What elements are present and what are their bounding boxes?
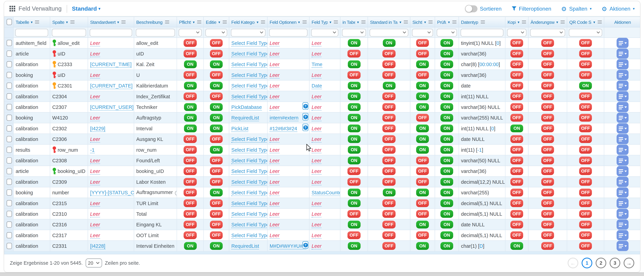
qr_code_sicht-toggle-badge[interactable]: OFF [579, 221, 592, 228]
aenderungswarnung-toggle-badge[interactable]: OFF [541, 39, 554, 47]
column-menu-icon[interactable] [222, 20, 227, 23]
field-category-link[interactable]: RequiredList [231, 243, 259, 249]
filter-pruefung-select[interactable] [437, 29, 457, 36]
kopieren-toggle-badge[interactable]: OFF [510, 103, 523, 111]
aenderungswarnung-toggle-badge[interactable]: OFF [541, 167, 554, 175]
pflichtfeld-toggle-badge[interactable]: OFF [184, 189, 196, 196]
pflichtfeld-toggle-badge[interactable]: OFF [184, 157, 196, 164]
in_tabelle-toggle-badge[interactable]: OFF [348, 210, 360, 218]
pflichtfeld-toggle-badge[interactable]: OFF [184, 92, 196, 100]
column-menu-icon[interactable] [522, 20, 526, 23]
field-options-link[interactable]: #12#6#3#24 [270, 126, 297, 132]
kopieren-toggle-badge[interactable]: OFF [510, 199, 523, 207]
editierbar-toggle-badge[interactable]: ON [210, 103, 222, 111]
pruefung-toggle-badge[interactable]: ON [440, 221, 453, 228]
kopieren-toggle-badge[interactable]: OFF [510, 82, 523, 90]
editierbar-toggle-badge[interactable]: ON [210, 125, 222, 132]
field-type-link[interactable]: Leer [312, 222, 322, 228]
row-checkbox[interactable] [6, 243, 12, 249]
field-category-link[interactable]: Select Field Type [231, 200, 268, 206]
in_tabelle-toggle-badge[interactable]: OFF [348, 50, 360, 58]
standard_in_tabelle-toggle-badge[interactable]: OFF [383, 60, 396, 68]
standard_in_tabelle-toggle-badge[interactable]: OFF [383, 199, 396, 207]
field-category-link[interactable]: RequiredList [231, 115, 259, 121]
field-options-link[interactable]: Leer [270, 147, 280, 153]
pruefung-toggle-badge[interactable]: ON [440, 92, 453, 100]
field-category-link[interactable]: Select Field Type [231, 190, 268, 196]
standard_in_tabelle-toggle-badge[interactable]: OFF [383, 210, 396, 218]
filter-feld_optionen-input[interactable] [269, 29, 308, 36]
datatype-default-value[interactable]: 0 [491, 126, 494, 131]
field-options-link[interactable]: intern#extern [270, 115, 298, 121]
row-checkbox[interactable] [6, 211, 12, 217]
in_tabelle-toggle-badge[interactable]: ON [348, 39, 360, 47]
aenderungswarnung-toggle-badge[interactable]: OFF [541, 189, 554, 196]
kopieren-toggle-badge[interactable]: OFF [510, 92, 523, 100]
field-category-link[interactable]: Select Field Type [231, 40, 268, 46]
column-menu-icon[interactable] [334, 20, 338, 23]
view-selector-dropdown[interactable]: Standard ▾ [72, 5, 100, 12]
row-checkbox[interactable] [6, 179, 12, 185]
pruefung-toggle-badge[interactable]: ON [440, 50, 453, 58]
row-actions-button[interactable] [616, 241, 628, 251]
pruefung-toggle-badge[interactable]: ON [440, 39, 453, 47]
field-type-link[interactable]: Leer [312, 147, 322, 153]
qr_code_sicht-toggle-badge[interactable]: OFF [579, 178, 592, 186]
help-icon[interactable]: ? [302, 241, 308, 249]
filter-in_tabelle-select[interactable] [342, 29, 366, 36]
column-header-aenderungswarnung[interactable]: Änderungswarnung▾ [528, 17, 567, 27]
pagination-page-3[interactable]: 3 [610, 258, 620, 268]
kopieren-toggle-badge[interactable]: OFF [510, 146, 523, 153]
aenderungswarnung-toggle-badge[interactable]: OFF [541, 82, 554, 90]
filter-beschreibung-input[interactable] [136, 29, 175, 36]
editierbar-toggle-badge[interactable]: OFF [210, 232, 223, 239]
field-type-link[interactable]: Leer [312, 200, 322, 206]
field-type-link[interactable]: Leer [312, 126, 322, 132]
pagination-prev-button[interactable]: ← [568, 258, 578, 268]
in_tabelle-toggle-badge[interactable]: ON [348, 135, 360, 143]
pflichtfeld-toggle-badge[interactable]: OFF [184, 167, 196, 175]
column-header-standard_in_tabelle[interactable]: Standard in Tabelle▾ [368, 17, 410, 27]
field-options-link[interactable]: Leer [270, 61, 280, 68]
kopieren-toggle-badge[interactable]: OFF [510, 232, 523, 239]
field-options-link[interactable]: Leer [270, 211, 280, 217]
standard_in_tabelle-toggle-badge[interactable]: OFF [383, 221, 396, 228]
column-header-feld_optionen[interactable]: Feld Optionen▾ [268, 17, 310, 27]
field-type-link[interactable]: Leer [312, 211, 322, 217]
column-menu-icon[interactable] [70, 20, 74, 23]
field-category-link[interactable]: Select Field Type [231, 232, 268, 239]
default-value-link[interactable]: Leer [90, 136, 100, 142]
row-actions-button[interactable] [616, 113, 628, 123]
column-menu-icon[interactable] [361, 20, 366, 23]
row-checkbox[interactable] [6, 232, 12, 238]
column-header-spalte[interactable]: Spalte▾ [50, 17, 88, 27]
column-header-pflichtfeld[interactable]: Pflichtfeld▾ [177, 17, 204, 27]
pruefung-toggle-badge[interactable]: ON [440, 167, 453, 175]
field-options-link[interactable]: Leer [270, 168, 280, 174]
row-checkbox[interactable] [6, 200, 12, 206]
filter-datentyp-input[interactable] [461, 29, 504, 36]
in_tabelle-toggle-badge[interactable]: OFF [348, 71, 360, 79]
aenderungswarnung-toggle-badge[interactable]: OFF [541, 146, 554, 153]
kopieren-toggle-badge[interactable]: OFF [510, 221, 523, 228]
field-category-link[interactable]: PickDatabase [231, 104, 262, 110]
pflichtfeld-toggle-badge[interactable]: OFF [184, 178, 196, 186]
kopieren-toggle-badge[interactable]: ON [510, 242, 523, 250]
standard_in_tabelle-toggle-badge[interactable]: OFF [383, 125, 396, 132]
qr_code_sicht-toggle-badge[interactable]: OFF [579, 125, 592, 132]
column-menu-icon[interactable] [598, 20, 602, 23]
field-type-link[interactable]: Leer [312, 179, 322, 185]
standard_in_tabelle-toggle-badge[interactable]: OFF [383, 50, 396, 58]
pflichtfeld-toggle-badge[interactable]: ON [184, 125, 196, 132]
filter-tabelle-input[interactable] [15, 29, 48, 36]
field-category-link[interactable]: Select Field Type [231, 147, 268, 153]
column-header-in_tabelle[interactable]: in Tabelle▾ [340, 17, 368, 27]
standard_in_tabelle-toggle-badge[interactable]: OFF [383, 114, 396, 122]
pflichtfeld-toggle-badge[interactable]: ON [184, 82, 196, 90]
sichtbar-toggle-badge[interactable]: ON [416, 221, 429, 228]
default-value-link[interactable]: Leer [90, 232, 100, 239]
in_tabelle-toggle-badge[interactable]: OFF [348, 167, 360, 175]
pruefung-toggle-badge[interactable]: ON [440, 157, 453, 164]
row-checkbox[interactable] [6, 157, 12, 163]
kopieren-toggle-badge[interactable]: OFF [510, 114, 523, 122]
